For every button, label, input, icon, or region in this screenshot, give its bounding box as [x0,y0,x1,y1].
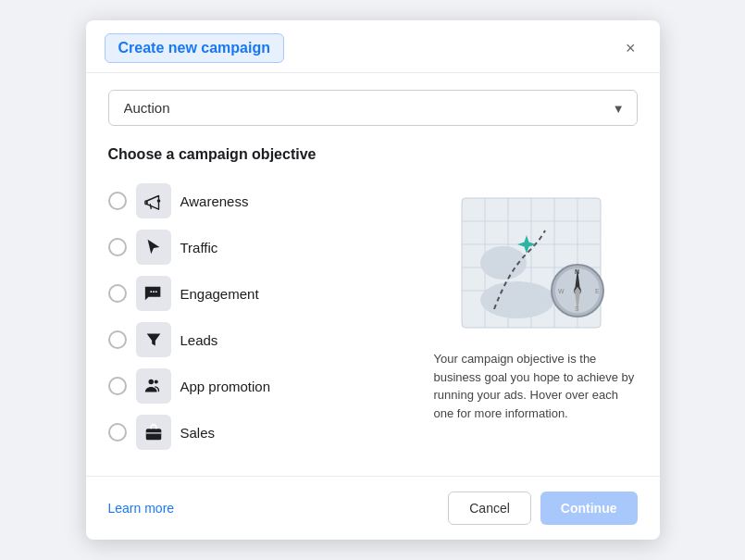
sales-icon-box [136,415,171,450]
radio-leads[interactable] [108,330,127,349]
option-leads[interactable]: Leads [108,318,412,361]
awareness-label: Awareness [180,193,249,209]
cancel-button[interactable]: Cancel [448,492,531,525]
content-area: Awareness Traffic [108,180,638,454]
engagement-icon-box [136,276,171,311]
chat-icon [143,283,164,304]
briefcase-icon [143,422,164,442]
megaphone-icon [143,191,164,211]
radio-traffic[interactable] [108,238,127,256]
dialog-header: Create new campaign × [86,20,660,73]
leads-label: Leads [180,332,218,348]
objectives-list: Awareness Traffic [108,180,412,454]
leads-icon-box [136,322,171,357]
app-promotion-icon-box [136,368,171,404]
svg-text:E: E [595,288,600,294]
svg-point-19 [480,281,554,318]
option-sales[interactable]: Sales [108,411,412,454]
continue-button[interactable]: Continue [540,492,638,525]
svg-point-2 [150,291,152,292]
sales-label: Sales [180,425,216,441]
radio-awareness[interactable] [108,192,127,210]
campaign-illustration: N S E W [434,180,619,337]
cursor-icon [143,237,164,257]
footer-buttons: Cancel Continue [448,492,637,525]
radio-app-promotion[interactable] [108,377,127,395]
svg-point-1 [156,199,160,203]
radio-sales[interactable] [108,423,127,442]
option-traffic[interactable]: Traffic [108,226,412,268]
svg-point-5 [148,380,154,385]
learn-more-link[interactable]: Learn more [108,501,175,516]
radio-engagement[interactable] [108,284,127,303]
svg-text:W: W [558,288,565,294]
illustration-area: N S E W Your campaign objective is the b… [434,180,638,454]
auction-select[interactable]: Auction Reservation [108,90,638,126]
svg-point-6 [154,380,157,383]
svg-text:S: S [575,305,579,312]
awareness-icon-box [136,183,171,218]
traffic-icon-box [136,230,171,265]
select-wrapper: Auction Reservation ▼ [108,90,638,126]
people-icon [143,376,164,396]
dialog-footer: Learn more Cancel Continue [86,476,660,540]
illustration-description: Your campaign objective is the business … [434,350,638,422]
svg-point-3 [153,291,155,292]
engagement-label: Engagement [180,286,259,302]
dialog-title: Create new campaign [105,33,285,63]
svg-text:N: N [575,268,579,275]
dialog-body: Auction Reservation ▼ Choose a campaign … [86,73,660,463]
svg-rect-7 [145,429,161,440]
option-engagement[interactable]: Engagement [108,272,412,315]
section-title: Choose a campaign objective [108,146,638,163]
option-awareness[interactable]: Awareness [108,180,412,222]
svg-point-4 [155,291,156,292]
close-button[interactable]: × [620,36,641,60]
create-campaign-dialog: Create new campaign × Auction Reservatio… [86,20,660,540]
filter-icon [143,330,164,350]
svg-rect-0 [145,201,147,205]
app-promotion-label: App promotion [180,379,271,394]
traffic-label: Traffic [180,240,218,255]
option-app-promotion[interactable]: App promotion [108,365,412,407]
